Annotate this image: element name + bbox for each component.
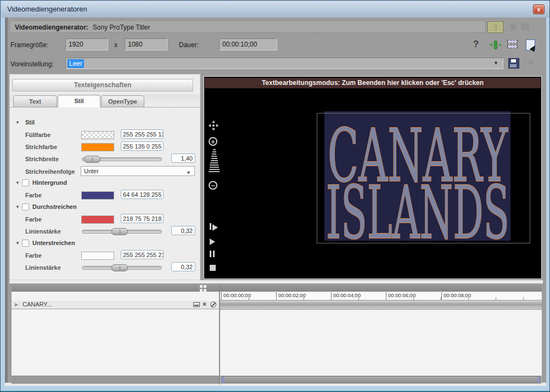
timeline-track-area[interactable]: 00:00:00;00 00:00:02;00 00:00:04;00 00:0… [220, 292, 542, 384]
stroke-color-swatch[interactable] [81, 143, 114, 151]
generator-label: Videomediengenerator: [15, 24, 88, 31]
title-text[interactable]: CANARY ISLANDS [324, 111, 510, 241]
underline-color-swatch[interactable] [81, 252, 114, 260]
plug-icon-dot [499, 44, 501, 46]
drag-grid-icon[interactable] [200, 285, 209, 292]
strikethrough-checkbox[interactable] [22, 203, 29, 211]
expand-icon[interactable]: ▶ [15, 302, 18, 307]
view-toggle-details-button[interactable] [487, 21, 503, 33]
delete-icon: ✕ [527, 58, 535, 67]
preset-label: Voreinstellung: [10, 60, 54, 68]
preset-combobox[interactable]: Leer ▼ [65, 58, 503, 69]
duration-label: Dauer: [179, 41, 199, 49]
edit-mode-banner[interactable]: Textbearbeitungsmodus: Zum Beenden hier … [205, 78, 541, 88]
strikethrough-weight-slider[interactable] [82, 228, 162, 235]
close-icon: x [537, 7, 541, 13]
scrollbar-thumb[interactable] [221, 376, 541, 383]
generator-header-bar[interactable]: Videomediengenerator:Sony ProType Titler [9, 20, 486, 33]
view-toggle-list-button[interactable] [508, 21, 518, 32]
underline-section-header: ▼ Unterstreichen [10, 239, 200, 249]
title-preview-canvas[interactable]: Textbearbeitungsmodus: Zum Beenden hier … [204, 76, 542, 279]
timeline-horizontal-scrollbar[interactable] [220, 376, 542, 384]
background-color-swatch[interactable] [81, 191, 114, 200]
window-titlebar[interactable]: Videomediengeneratoren [1, 1, 550, 18]
tab-stil[interactable]: Stil [58, 95, 100, 107]
underline-color-value[interactable]: 255 255 255 21 [121, 250, 164, 259]
strikethrough-color-value[interactable]: 218 75 75 218 [121, 214, 164, 223]
play-button[interactable] [210, 237, 215, 247]
play-from-start-icon [212, 224, 218, 231]
panel-title: Texteigenschaften [12, 79, 193, 92]
time-ruler[interactable]: 00:00:00;00 00:00:02;00 00:00:04;00 00:0… [220, 292, 542, 300]
slider-thumb[interactable] [84, 156, 100, 163]
generator-name: Sony ProType Titler [93, 24, 150, 31]
strikethrough-section-header: ▼ Durchstreichen [10, 203, 200, 213]
tab-text[interactable]: Text [13, 95, 57, 107]
play-from-start-button[interactable] [210, 223, 218, 233]
collapse-icon[interactable]: ▼ [15, 120, 20, 125]
remove-track-button[interactable]: × [203, 300, 206, 308]
save-preset-button[interactable] [508, 58, 519, 69]
title-text-line2[interactable]: ISLANDS [326, 171, 509, 241]
grid-view-icon [521, 23, 529, 30]
duration-input[interactable]: 00:00:10;00 [219, 38, 277, 50]
fill-color-value[interactable]: 255 255 255 13 [121, 129, 164, 139]
frame-height-input[interactable]: 1080 [125, 38, 167, 50]
edit-in-editor-button[interactable] [526, 39, 535, 50]
collapse-icon[interactable]: ▼ [15, 241, 20, 246]
underline-weight-slider[interactable] [82, 264, 162, 271]
minus-icon: − [211, 181, 215, 190]
help-button[interactable]: ? [470, 39, 481, 50]
background-section-header: ▼ Hintergrund [10, 179, 200, 189]
collapse-track-icon[interactable] [193, 302, 200, 307]
stroke-width-value[interactable]: 1,40 [171, 154, 195, 163]
title-event-bar[interactable] [220, 300, 542, 310]
match-event-size-button[interactable] [507, 40, 519, 49]
track-name[interactable]: CANARY... [23, 301, 52, 308]
timeline-header-bar[interactable] [12, 283, 542, 292]
stroke-color-value[interactable]: 255 135 0 255 [121, 141, 164, 151]
strikethrough-color-row: Farbe 218 75 75 218 [10, 215, 200, 225]
collapse-icon[interactable]: ▼ [15, 204, 20, 209]
stop-button[interactable] [210, 263, 216, 273]
background-checkbox[interactable] [22, 179, 29, 186]
mute-track-icon[interactable] [210, 302, 216, 308]
plus-icon: + [211, 138, 215, 146]
strikethrough-weight-value[interactable]: 0,32 [171, 226, 195, 235]
zoom-level-indicator[interactable] [209, 149, 220, 173]
background-color-value[interactable]: 64 64 128 255 [121, 190, 164, 199]
slider-thumb[interactable] [111, 264, 128, 271]
floppy-icon [511, 59, 516, 63]
stroke-order-dropdown[interactable]: Unter▼ [81, 166, 195, 176]
underline-section-label: Unterstreichen [32, 240, 75, 246]
detail-list-view-icon [494, 24, 497, 31]
frame-width-input[interactable]: 1920 [65, 38, 108, 50]
slider-thumb[interactable] [111, 228, 128, 235]
text-properties-panel: Texteigenschaften Text Stil OpenType ▼ S… [9, 74, 200, 280]
zoom-in-button[interactable]: + [209, 137, 217, 146]
pause-button[interactable] [210, 251, 216, 260]
collapse-icon[interactable]: ▼ [15, 180, 20, 185]
plugin-chain-button[interactable] [490, 41, 502, 49]
zoom-out-button[interactable]: − [209, 181, 217, 190]
pause-icon [213, 251, 215, 257]
stroke-width-slider[interactable] [82, 156, 162, 162]
strikethrough-color-swatch[interactable] [81, 215, 114, 224]
delete-preset-button[interactable]: ✕ [525, 58, 536, 67]
tab-opentype[interactable]: OpenType [101, 95, 144, 107]
track-header-row[interactable]: ▶ CANARY... × [12, 300, 219, 309]
stroke-order-value: Unter [84, 168, 99, 174]
pan-tool-icon[interactable] [209, 121, 218, 130]
view-toggle-grid-button[interactable] [520, 21, 530, 32]
stroke-color-row: Strichfarbe 255 135 0 255 [10, 143, 200, 152]
fill-color-swatch[interactable] [81, 131, 114, 139]
play-icon [210, 238, 215, 245]
strikethrough-weight-label: Linienstärke [25, 228, 61, 235]
underline-checkbox[interactable] [22, 240, 29, 247]
fit-bars-icon [507, 40, 518, 43]
underline-weight-value[interactable]: 0,32 [171, 262, 195, 271]
underline-color-label: Farbe [25, 252, 42, 259]
close-button[interactable]: x [533, 4, 545, 14]
chevron-down-icon[interactable]: ▼ [493, 60, 498, 66]
plug-icon-bar [495, 41, 497, 49]
